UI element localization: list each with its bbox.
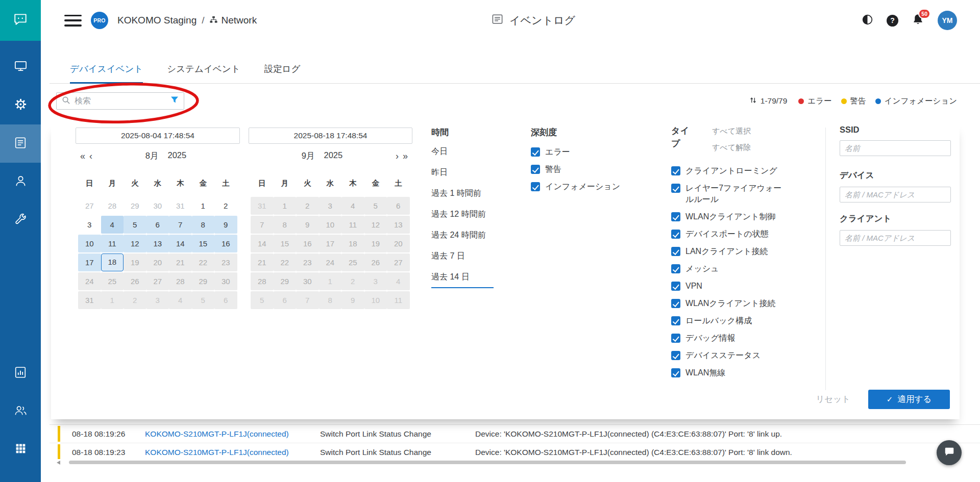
date-from-input[interactable] (76, 128, 240, 144)
time-filter-item[interactable]: 過去 1 時間前 (431, 188, 494, 200)
event-device-link[interactable]: KOKOMO-S210MGT-P-LF1J(connected) (145, 448, 320, 457)
sidebar-item-sites[interactable] (0, 430, 41, 469)
calendar-day[interactable]: 16 (214, 235, 237, 252)
sidebar-item-event-log[interactable] (0, 124, 41, 163)
checkbox-checked-icon[interactable] (671, 316, 680, 325)
prev-month-icon[interactable]: ‹ (87, 151, 94, 162)
tab-config-log[interactable]: 設定ログ (264, 63, 301, 84)
calendar-day[interactable]: 4 (101, 216, 124, 234)
date-to-input[interactable] (249, 128, 412, 144)
deselect-all-link[interactable]: すべて解除 (712, 143, 751, 154)
breadcrumb-site[interactable]: Network (222, 15, 257, 26)
type-checkbox-item[interactable]: メッシュ (671, 263, 790, 274)
type-checkbox-item[interactable]: レイヤー7ファイアウォールルール (671, 183, 790, 205)
time-filter-item[interactable]: 今日 (431, 146, 494, 158)
sort-range-control[interactable]: 1-79/79 (749, 96, 788, 106)
calendar-day[interactable]: 31 (169, 197, 192, 215)
time-filter-item[interactable]: 昨日 (431, 167, 494, 179)
type-checkbox-item[interactable]: WLAN無線 (671, 367, 790, 378)
severity-checkbox-item[interactable]: インフォメーション (531, 181, 620, 192)
calendar-day[interactable]: 12 (124, 235, 146, 252)
reset-button[interactable]: リセット (816, 394, 850, 405)
sidebar-item-chat[interactable] (0, 0, 41, 41)
sidebar-item-dashboard[interactable] (0, 48, 41, 86)
calendar-day[interactable]: 28 (101, 197, 124, 215)
event-row[interactable]: 08-18 08:19:26KOKOMO-S210MGT-P-LF1J(conn… (50, 425, 980, 443)
type-checkbox-item[interactable]: デバイスステータス (671, 350, 790, 361)
type-checkbox-item[interactable]: デバイスポートの状態 (671, 229, 790, 240)
sidebar-item-reports[interactable] (0, 354, 41, 392)
calendar-day[interactable]: 8 (192, 216, 215, 234)
tab-system-events[interactable]: システムイベント (167, 63, 240, 84)
type-checkbox-item[interactable]: WLANクライアント接続 (671, 298, 790, 309)
event-device-link[interactable]: KOKOMO-S210MGT-P-LF1J(connected) (145, 429, 320, 439)
calendar-day[interactable]: 15 (192, 235, 215, 252)
device-input[interactable] (840, 187, 951, 202)
avatar[interactable]: YM (938, 11, 957, 30)
filter-funnel-icon[interactable] (170, 96, 179, 106)
time-filter-item[interactable]: 過去 14 日 (431, 272, 494, 288)
checkbox-checked-icon[interactable] (531, 182, 540, 191)
scroll-left-arrow-icon[interactable] (57, 461, 60, 465)
breadcrumb-org[interactable]: KOKOMO Staging (117, 15, 197, 26)
sidebar-item-tools[interactable] (0, 201, 41, 239)
calendar-day[interactable]: 30 (146, 197, 169, 215)
sidebar-item-clients[interactable] (0, 163, 41, 201)
calendar-day[interactable]: 13 (146, 235, 169, 252)
checkbox-checked-icon[interactable] (671, 184, 680, 193)
prev-year-icon[interactable]: « (78, 151, 87, 162)
theme-contrast-button[interactable] (862, 14, 873, 27)
scrollbar-thumb[interactable] (69, 461, 906, 464)
hamburger-menu-button[interactable] (64, 15, 82, 27)
calendar-day[interactable]: 14 (169, 235, 192, 252)
calendar-day[interactable]: 17 (78, 253, 101, 271)
sidebar-item-settings[interactable] (0, 86, 41, 124)
checkbox-checked-icon[interactable] (671, 368, 680, 377)
ssid-input[interactable] (840, 140, 951, 156)
type-checkbox-item[interactable]: ロールバック構成 (671, 315, 790, 326)
checkbox-checked-icon[interactable] (671, 264, 680, 273)
next-month-icon[interactable]: › (394, 151, 401, 162)
calendar-day[interactable]: 27 (78, 197, 101, 215)
calendar-day[interactable]: 5 (124, 216, 146, 234)
search-input[interactable] (75, 96, 166, 106)
severity-checkbox-item[interactable]: 警告 (531, 164, 620, 175)
apply-button[interactable]: ✓ 適用する (868, 390, 950, 409)
tab-device-events[interactable]: デバイスイベント (70, 63, 143, 84)
checkbox-checked-icon[interactable] (671, 334, 680, 343)
checkbox-checked-icon[interactable] (671, 166, 680, 175)
time-filter-item[interactable]: 過去 7 日 (431, 251, 494, 263)
checkbox-checked-icon[interactable] (531, 165, 540, 174)
client-input[interactable] (840, 230, 951, 246)
type-checkbox-item[interactable]: LANクライアント接続 (671, 246, 790, 257)
chat-fab-button[interactable] (937, 440, 962, 465)
select-all-link[interactable]: すべて選択 (712, 126, 751, 138)
type-checkbox-item[interactable]: VPN (671, 281, 790, 292)
calendar-day[interactable]: 11 (101, 235, 124, 252)
calendar-day[interactable]: 3 (78, 216, 101, 234)
calendar-day[interactable]: 1 (192, 197, 215, 215)
calendar-day[interactable]: 29 (124, 197, 146, 215)
severity-checkbox-item[interactable]: エラー (531, 146, 620, 158)
calendar-day[interactable]: 9 (214, 216, 237, 234)
next-year-icon[interactable]: » (401, 151, 410, 162)
checkbox-checked-icon[interactable] (671, 230, 680, 239)
checkbox-checked-icon[interactable] (671, 282, 680, 291)
sidebar-item-admins[interactable] (0, 392, 41, 430)
calendar-day[interactable]: 7 (169, 216, 192, 234)
calendar-day[interactable]: 6 (146, 216, 169, 234)
checkbox-checked-icon[interactable] (671, 247, 680, 256)
time-filter-item[interactable]: 過去 24 時間前 (431, 230, 494, 242)
calendar-day[interactable]: 2 (214, 197, 237, 215)
checkbox-checked-icon[interactable] (531, 147, 540, 157)
checkbox-checked-icon[interactable] (671, 351, 680, 360)
checkbox-checked-icon[interactable] (671, 212, 680, 221)
calendar-day[interactable]: 10 (78, 235, 101, 252)
help-button[interactable] (887, 15, 898, 27)
calendar-day[interactable]: 18 (101, 253, 124, 271)
type-checkbox-item[interactable]: デバッグ情報 (671, 333, 790, 344)
type-checkbox-item[interactable]: クライアントローミング (671, 165, 790, 176)
checkbox-checked-icon[interactable] (671, 299, 680, 308)
notifications-button[interactable]: 50 (912, 13, 924, 28)
time-filter-item[interactable]: 過去 12 時間前 (431, 209, 494, 221)
